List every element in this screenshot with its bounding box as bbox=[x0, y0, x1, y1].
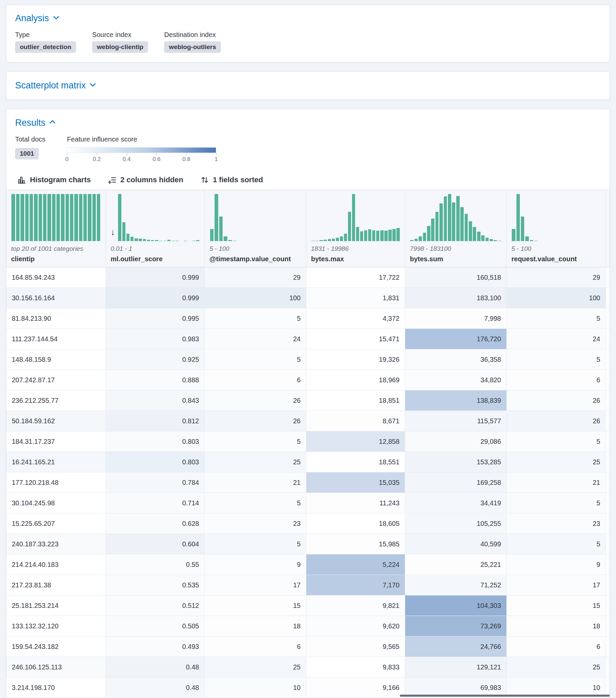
cell-ml.outlier_score[interactable]: 0.784 bbox=[106, 472, 205, 493]
cell-@timestamp.value_count[interactable]: 25 bbox=[205, 452, 306, 472]
cell-bytes.sum[interactable]: 34,820 bbox=[405, 370, 507, 390]
cell-request.value_count[interactable]: 18 bbox=[507, 616, 606, 637]
column-header-bytes.max[interactable]: 1831 - 19986bytes.max bbox=[306, 190, 405, 267]
cell-@timestamp.value_count[interactable]: 100 bbox=[205, 288, 306, 308]
cell-@timestamp.value_count[interactable]: 21 bbox=[205, 472, 306, 493]
cell-ml.outlier_score[interactable]: 0.604 bbox=[106, 534, 205, 555]
column-header-@timestamp.value_count[interactable]: 5 - 100@timestamp.value_count bbox=[205, 190, 306, 267]
cell-ml.outlier_score[interactable]: 0.983 bbox=[106, 329, 205, 349]
cell-ml.outlier_score[interactable]: 0.48 bbox=[106, 678, 205, 698]
cell-clientip[interactable]: 236.212.255.77 bbox=[6, 390, 106, 411]
cell-clientip[interactable]: 240.187.33.223 bbox=[6, 534, 106, 555]
cell-bytes.sum[interactable]: 115,577 bbox=[405, 411, 507, 431]
cell-@timestamp.value_count[interactable]: 10 bbox=[205, 678, 306, 698]
cell-bytes.max[interactable]: 7,170 bbox=[306, 575, 405, 596]
cell-@timestamp.value_count[interactable]: 9 bbox=[205, 555, 306, 575]
cell-bytes.sum[interactable]: 7,998 bbox=[405, 308, 507, 329]
cell-bytes.max[interactable]: 15,035 bbox=[306, 472, 405, 493]
cell-ml.outlier_score[interactable]: 0.888 bbox=[106, 370, 205, 390]
column-header-request.value_count[interactable]: 5 - 100request.value_count bbox=[507, 190, 606, 267]
cell-bytes.sum[interactable]: 169,258 bbox=[405, 472, 507, 493]
cell-bytes.max[interactable]: 1,831 bbox=[306, 288, 405, 308]
cell-request.value_count[interactable]: 5 bbox=[507, 308, 606, 329]
cell-ml.outlier_score[interactable]: 0.803 bbox=[106, 431, 205, 452]
cell-request.value_count[interactable]: 23 bbox=[507, 513, 606, 534]
cell-bytes.sum[interactable]: 104,303 bbox=[405, 596, 507, 616]
analysis-section-toggle[interactable]: Analysis bbox=[15, 13, 60, 24]
cell-ml.outlier_score[interactable]: 0.999 bbox=[106, 267, 205, 288]
cell-request.value_count[interactable]: 25 bbox=[507, 657, 606, 678]
column-header-bytes.sum[interactable]: 7998 - 183100bytes.sum bbox=[405, 190, 507, 267]
cell-ml.outlier_score[interactable]: 0.628 bbox=[106, 513, 205, 534]
cell-@timestamp.value_count[interactable]: 23 bbox=[205, 513, 306, 534]
fields-sorted-button[interactable]: 1 fields sorted bbox=[201, 176, 263, 184]
cell-@timestamp.value_count[interactable]: 6 bbox=[205, 637, 306, 657]
cell-@timestamp.value_count[interactable]: 18 bbox=[205, 616, 306, 637]
cell-bytes.sum[interactable]: 24,766 bbox=[405, 637, 507, 657]
cell-request.value_count[interactable]: 24 bbox=[507, 329, 606, 349]
cell-request.value_count[interactable]: 5 bbox=[507, 349, 606, 370]
cell-clientip[interactable]: 164.85.94.243 bbox=[6, 267, 106, 288]
cell-clientip[interactable]: 25.181.253.214 bbox=[6, 596, 106, 616]
cell-clientip[interactable]: 111.237.144.54 bbox=[6, 329, 106, 349]
cell-ml.outlier_score[interactable]: 0.493 bbox=[106, 637, 205, 657]
cell-request.value_count[interactable]: 6 bbox=[507, 370, 606, 390]
cell-bytes.max[interactable]: 18,851 bbox=[306, 390, 405, 411]
cell-bytes.sum[interactable]: 160,518 bbox=[405, 267, 507, 288]
cell-clientip[interactable]: 207.242.87.17 bbox=[6, 370, 106, 390]
cell-ml.outlier_score[interactable]: 0.505 bbox=[106, 616, 205, 637]
cell-bytes.max[interactable]: 18,605 bbox=[306, 513, 405, 534]
cell-bytes.sum[interactable]: 40,599 bbox=[405, 534, 507, 555]
cell-clientip[interactable]: 50.184.59.162 bbox=[6, 411, 106, 431]
cell-bytes.sum[interactable]: 153,285 bbox=[405, 452, 507, 472]
cell-request.value_count[interactable]: 5 bbox=[507, 534, 606, 555]
cell-bytes.max[interactable]: 17,722 bbox=[306, 267, 405, 288]
cell-request.value_count[interactable]: 15 bbox=[507, 596, 606, 616]
cell-@timestamp.value_count[interactable]: 29 bbox=[205, 267, 306, 288]
horizontal-scrollbar-thumb[interactable] bbox=[400, 695, 610, 697]
cell-@timestamp.value_count[interactable]: 5 bbox=[205, 493, 306, 513]
cell-request.value_count[interactable]: 25 bbox=[507, 452, 606, 472]
cell-bytes.sum[interactable]: 105,255 bbox=[405, 513, 507, 534]
cell-ml.outlier_score[interactable]: 0.843 bbox=[106, 390, 205, 411]
cell-@timestamp.value_count[interactable]: 25 bbox=[205, 657, 306, 678]
cell-@timestamp.value_count[interactable]: 5 bbox=[205, 431, 306, 452]
cell-bytes.sum[interactable]: 183,100 bbox=[405, 288, 507, 308]
cell-bytes.max[interactable]: 9,833 bbox=[306, 657, 405, 678]
histogram-charts-button[interactable]: Histogram charts bbox=[18, 176, 91, 184]
cell-@timestamp.value_count[interactable]: 15 bbox=[205, 596, 306, 616]
cell-bytes.sum[interactable]: 29,086 bbox=[405, 431, 507, 452]
cell-clientip[interactable]: 15.225.65.207 bbox=[6, 513, 106, 534]
cell-bytes.sum[interactable]: 176,720 bbox=[405, 329, 507, 349]
cell-clientip[interactable]: 184.31.17.237 bbox=[6, 431, 106, 452]
cell-request.value_count[interactable]: 21 bbox=[507, 472, 606, 493]
cell-@timestamp.value_count[interactable]: 26 bbox=[205, 411, 306, 431]
cell-bytes.max[interactable]: 4,372 bbox=[306, 308, 405, 329]
cell-bytes.max[interactable]: 9,821 bbox=[306, 596, 405, 616]
cell-bytes.max[interactable]: 18,969 bbox=[306, 370, 405, 390]
cell-request.value_count[interactable]: 26 bbox=[507, 390, 606, 411]
cell-clientip[interactable]: 16.241.165.21 bbox=[6, 452, 106, 472]
cell-bytes.sum[interactable]: 34,419 bbox=[405, 493, 507, 513]
cell-@timestamp.value_count[interactable]: 5 bbox=[205, 308, 306, 329]
cell-@timestamp.value_count[interactable]: 17 bbox=[205, 575, 306, 596]
cell-clientip[interactable]: 177.120.218.48 bbox=[6, 472, 106, 493]
cell-clientip[interactable]: 30.156.16.164 bbox=[6, 288, 106, 308]
cell-bytes.sum[interactable]: 73,269 bbox=[405, 616, 507, 637]
cell-ml.outlier_score[interactable]: 0.512 bbox=[106, 596, 205, 616]
cell-@timestamp.value_count[interactable]: 6 bbox=[205, 370, 306, 390]
cell-bytes.max[interactable]: 15,471 bbox=[306, 329, 405, 349]
cell-bytes.max[interactable]: 18,551 bbox=[306, 452, 405, 472]
cell-request.value_count[interactable]: 100 bbox=[507, 288, 606, 308]
cell-clientip[interactable]: 214.214.40.183 bbox=[6, 555, 106, 575]
cell-clientip[interactable]: 133.132.32.120 bbox=[6, 616, 106, 637]
cell-request.value_count[interactable]: 26 bbox=[507, 411, 606, 431]
cell-request.value_count[interactable]: 6 bbox=[507, 637, 606, 657]
cell-bytes.max[interactable]: 9,166 bbox=[306, 678, 405, 698]
results-section-toggle[interactable]: Results bbox=[15, 118, 56, 128]
cell-bytes.max[interactable]: 9,620 bbox=[306, 616, 405, 637]
cell-ml.outlier_score[interactable]: 0.535 bbox=[106, 575, 205, 596]
cell-bytes.max[interactable]: 12,858 bbox=[306, 431, 405, 452]
cell-request.value_count[interactable]: 17 bbox=[507, 575, 606, 596]
cell-ml.outlier_score[interactable]: 0.714 bbox=[106, 493, 205, 513]
